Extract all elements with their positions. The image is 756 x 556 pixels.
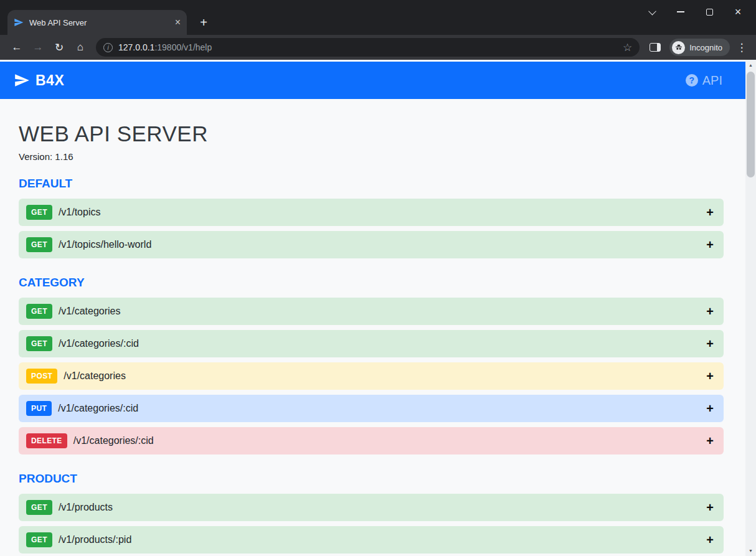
scroll-down-arrow-icon[interactable]: ▼ (745, 545, 756, 556)
endpoint-row[interactable]: GET/v1/products/:pid+ (19, 526, 724, 554)
method-badge: GET (26, 532, 52, 547)
api-sections: DEFAULTGET/v1/topics+GET/v1/topics/hello… (19, 177, 724, 554)
minimize-icon (677, 11, 684, 12)
page-scrollbar[interactable]: ▲ ▼ (745, 60, 756, 556)
endpoint-row[interactable]: GET/v1/products+ (19, 494, 724, 521)
page-content: WEB API SERVER Version: 1.16 DEFAULTGET/… (0, 99, 756, 554)
bookmark-star-icon[interactable]: ☆ (623, 41, 632, 54)
close-button[interactable]: × (724, 1, 752, 22)
browser-menu-button[interactable]: ⋮ (734, 38, 750, 57)
endpoint-row[interactable]: GET/v1/topics/hello-world+ (19, 231, 724, 258)
page-viewport: B4X ? API WEB API SERVER Version: 1.16 D… (0, 60, 756, 556)
incognito-badge: Incognito (669, 39, 730, 56)
address-bar[interactable]: i 127.0.0.1:19800/v1/help ☆ (96, 38, 640, 57)
expand-icon[interactable]: + (706, 534, 714, 546)
brand-logo-icon (14, 72, 30, 88)
tab-favicon-icon (14, 17, 24, 27)
expand-icon[interactable]: + (706, 337, 714, 350)
brand[interactable]: B4X (14, 72, 64, 89)
side-panel-button[interactable] (650, 43, 661, 52)
incognito-label: Incognito (689, 43, 722, 52)
app-header: B4X ? API (0, 62, 756, 99)
endpoint-row[interactable]: PUT/v1/categories/:cid+ (19, 395, 724, 422)
reload-button[interactable]: ↻ (49, 37, 70, 58)
maximize-button[interactable] (695, 1, 724, 22)
section-heading: CATEGORY (19, 276, 724, 290)
chevron-down-icon (648, 7, 656, 15)
expand-icon[interactable]: + (706, 206, 714, 219)
method-badge: GET (26, 336, 52, 351)
help-icon: ? (686, 74, 698, 87)
endpoint-path: /v1/categories (64, 370, 126, 382)
endpoint-row[interactable]: GET/v1/categories+ (19, 298, 724, 325)
endpoint-row[interactable]: DELETE/v1/categories/:cid+ (19, 427, 724, 455)
method-badge: GET (26, 500, 52, 515)
url-host: 127.0.0.1 (118, 42, 154, 52)
endpoint-path: /v1/categories/:cid (59, 338, 139, 349)
new-tab-button[interactable]: + (196, 14, 212, 31)
scroll-up-arrow-icon[interactable]: ▲ (745, 60, 756, 70)
expand-icon[interactable]: + (706, 435, 714, 447)
tab-search-button[interactable] (638, 1, 666, 22)
tab-title: Web API Server (29, 18, 87, 27)
page-title: WEB API SERVER (19, 121, 724, 146)
back-button[interactable]: ← (6, 37, 27, 58)
tab-close-icon[interactable]: × (175, 17, 181, 27)
endpoint-row[interactable]: POST/v1/categories+ (19, 362, 724, 390)
close-icon: × (735, 6, 742, 17)
forward-button[interactable]: → (27, 37, 49, 58)
expand-icon[interactable]: + (706, 238, 714, 251)
method-badge: DELETE (26, 433, 67, 448)
api-label: API (702, 73, 722, 88)
scrollbar-thumb[interactable] (747, 72, 755, 177)
method-badge: PUT (26, 401, 52, 416)
endpoint-path: /v1/products (59, 502, 113, 513)
section-heading: PRODUCT (19, 472, 724, 486)
side-panel-icon (657, 44, 660, 51)
endpoint-path: /v1/topics (59, 207, 101, 218)
expand-icon[interactable]: + (706, 402, 714, 415)
url-path: :19800/v1/help (154, 42, 212, 52)
page-info-icon[interactable]: i (103, 43, 113, 52)
endpoint-path: /v1/categories/:cid (73, 435, 154, 446)
home-button[interactable]: ⌂ (70, 37, 91, 58)
url-text[interactable]: 127.0.0.1:19800/v1/help (118, 42, 212, 52)
version-text: Version: 1.16 (19, 151, 724, 162)
window-controls: × (638, 1, 752, 22)
method-badge: GET (26, 304, 52, 319)
brand-text: B4X (35, 72, 64, 89)
browser-tab[interactable]: Web API Server × (7, 10, 187, 35)
browser-toolbar: ← → ↻ ⌂ i 127.0.0.1:19800/v1/help ☆ Inco… (0, 35, 756, 60)
endpoint-row[interactable]: GET/v1/categories/:cid+ (19, 330, 724, 357)
expand-icon[interactable]: + (706, 501, 714, 514)
maximize-icon (706, 9, 713, 16)
method-badge: POST (26, 369, 57, 384)
endpoint-path: /v1/categories (59, 306, 121, 317)
method-badge: GET (26, 205, 52, 220)
method-badge: GET (26, 237, 52, 252)
endpoint-row[interactable]: GET/v1/topics+ (19, 199, 724, 226)
endpoint-path: /v1/products/:pid (59, 534, 131, 545)
browser-window: Web API Server × + × ← → ↻ ⌂ i 127.0.0.1… (0, 0, 756, 556)
section-heading: DEFAULT (19, 177, 724, 191)
incognito-icon (672, 41, 685, 54)
minimize-button[interactable] (666, 1, 695, 22)
expand-icon[interactable]: + (706, 370, 714, 382)
endpoint-path: /v1/categories/:cid (58, 403, 138, 414)
endpoint-path: /v1/topics/hello-world (59, 239, 151, 250)
expand-icon[interactable]: + (706, 305, 714, 318)
api-help-link[interactable]: ? API (686, 73, 722, 88)
tab-strip: Web API Server × + × (0, 0, 756, 35)
